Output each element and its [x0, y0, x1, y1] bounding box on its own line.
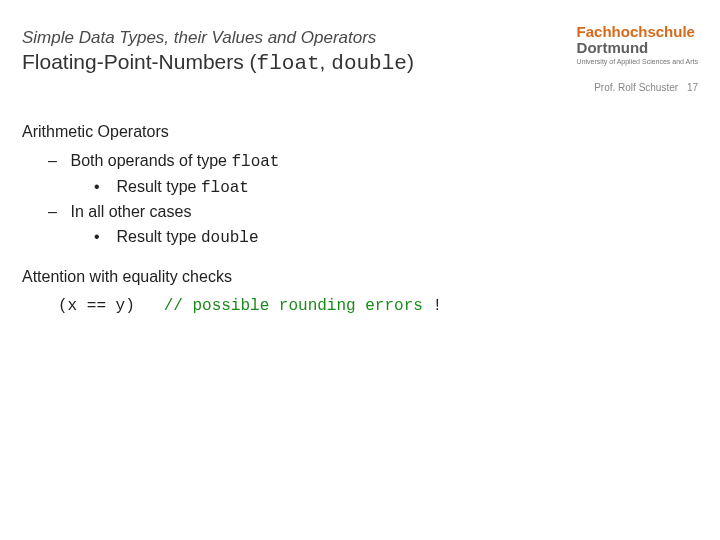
bullet-icon: •	[94, 175, 112, 200]
author: Prof. Rolf Schuster	[594, 82, 678, 93]
slide-meta: Prof. Rolf Schuster 17	[594, 82, 698, 93]
title-text-post: )	[407, 50, 414, 73]
logo-subtitle: University of Applied Sciences and Arts	[577, 58, 698, 65]
code-example: (x == y) // possible rounding errors !	[58, 294, 680, 319]
bullet-text: Both operands of type	[70, 152, 231, 169]
institution-logo: Fachhochschule Dortmund University of Ap…	[577, 24, 698, 65]
code-double: double	[201, 229, 259, 247]
code-gap	[135, 297, 164, 315]
title-code-double: double	[331, 52, 407, 75]
dash-icon: –	[48, 149, 66, 174]
section-attention: Attention with equality checks	[22, 265, 680, 290]
logo-line2: Dortmund	[577, 40, 698, 56]
code-expression: (x == y)	[58, 297, 135, 315]
subbullet-result-double: • Result type double	[112, 225, 680, 251]
dash-icon: –	[48, 200, 66, 225]
subbullet-result-float: • Result type float	[112, 175, 680, 201]
code-float: float	[231, 153, 279, 171]
logo-line1: Fachhochschule	[577, 24, 698, 40]
subbullet-text: Result type	[116, 228, 200, 245]
code-comment: // possible rounding errors	[164, 297, 423, 315]
title-sep: ,	[320, 50, 332, 73]
slide-body: Arithmetic Operators – Both operands of …	[22, 120, 680, 319]
subbullet-text: Result type	[116, 178, 200, 195]
code-float: float	[201, 179, 249, 197]
bullet-text: In all other cases	[70, 203, 191, 220]
title-text-pre: Floating-Point-Numbers (	[22, 50, 257, 73]
title-code-float: float	[257, 52, 320, 75]
bullet-icon: •	[94, 225, 112, 250]
page-number: 17	[687, 82, 698, 93]
code-bang: !	[423, 297, 442, 315]
section-arithmetic: Arithmetic Operators	[22, 120, 680, 145]
bullet-operands-float: – Both operands of type float	[66, 149, 680, 175]
bullet-other-cases: – In all other cases	[66, 200, 680, 225]
